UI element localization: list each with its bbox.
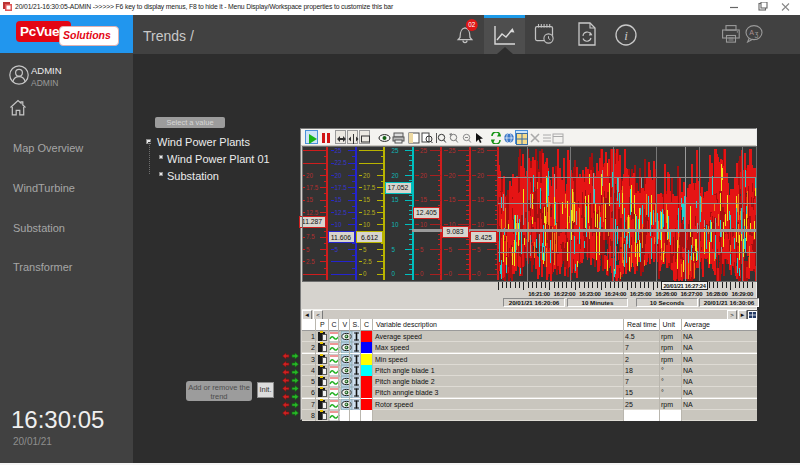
- svg-text:2.5: 2.5: [363, 258, 372, 265]
- svg-text:17.052: 17.052: [388, 184, 409, 191]
- svg-text:5: 5: [392, 246, 396, 253]
- svg-text:20: 20: [363, 172, 371, 179]
- svg-text:22.5: 22.5: [335, 159, 348, 166]
- svg-text:25: 25: [335, 147, 343, 154]
- svg-text:15: 15: [392, 196, 400, 203]
- svg-text:5: 5: [449, 246, 453, 253]
- svg-text:20: 20: [477, 172, 485, 179]
- svg-text:5: 5: [477, 246, 481, 253]
- svg-text:12.405: 12.405: [416, 209, 437, 216]
- svg-text:ʒ: ʒ: [755, 30, 759, 38]
- svg-text:10: 10: [420, 221, 428, 228]
- svg-text:25: 25: [477, 147, 485, 154]
- svg-text:10: 10: [335, 221, 343, 228]
- svg-text:17.5: 17.5: [363, 184, 376, 191]
- svg-text:15: 15: [335, 196, 343, 203]
- svg-text:15: 15: [477, 196, 485, 203]
- svg-text:20: 20: [449, 172, 457, 179]
- svg-text:25: 25: [449, 147, 457, 154]
- svg-text:5: 5: [335, 246, 339, 253]
- svg-text:i: i: [624, 28, 628, 43]
- svg-text:02: 02: [468, 21, 476, 28]
- svg-text:15: 15: [420, 196, 428, 203]
- svg-text:5: 5: [363, 246, 367, 253]
- svg-text:0: 0: [477, 270, 481, 277]
- svg-text:10: 10: [363, 221, 371, 228]
- svg-text:10: 10: [477, 221, 485, 228]
- svg-text:9.083: 9.083: [446, 228, 463, 235]
- svg-text:12.5: 12.5: [363, 209, 376, 216]
- svg-text:12.5: 12.5: [335, 209, 348, 216]
- svg-text:5: 5: [420, 246, 424, 253]
- svg-text:6.612: 6.612: [361, 234, 378, 241]
- svg-text:15: 15: [306, 196, 314, 203]
- svg-text:5: 5: [306, 246, 310, 253]
- svg-text:0: 0: [363, 270, 367, 277]
- svg-text:0: 0: [420, 270, 424, 277]
- svg-text:0: 0: [392, 270, 396, 277]
- svg-text:25: 25: [420, 147, 428, 154]
- svg-text:11.606: 11.606: [331, 234, 352, 241]
- svg-text:7.5: 7.5: [306, 233, 315, 240]
- svg-text:12.5: 12.5: [306, 209, 319, 216]
- svg-text:25: 25: [392, 147, 400, 154]
- svg-text:17.5: 17.5: [306, 184, 319, 191]
- svg-text:15: 15: [449, 196, 457, 203]
- svg-text:2.5: 2.5: [306, 258, 315, 265]
- svg-text:17.5: 17.5: [335, 184, 348, 191]
- svg-text:11.287: 11.287: [302, 218, 323, 225]
- svg-text:20: 20: [420, 172, 428, 179]
- svg-text:A: A: [749, 29, 754, 36]
- svg-text:20: 20: [392, 172, 400, 179]
- svg-text:10: 10: [392, 221, 400, 228]
- svg-text:0: 0: [449, 270, 453, 277]
- svg-text:15: 15: [363, 196, 371, 203]
- svg-text:20: 20: [306, 172, 314, 179]
- svg-text:8.425: 8.425: [475, 234, 492, 241]
- svg-text:20: 20: [335, 172, 343, 179]
